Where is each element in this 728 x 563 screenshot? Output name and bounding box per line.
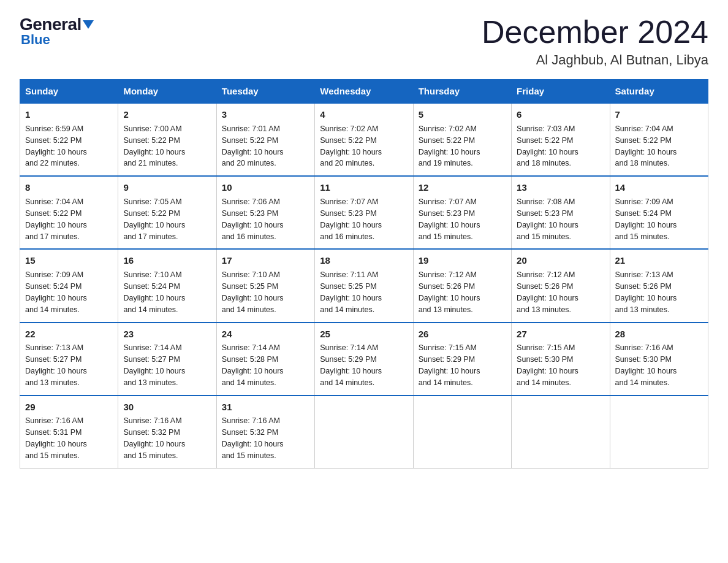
calendar-header-thursday: Thursday: [413, 80, 511, 104]
calendar-week-row: 1Sunrise: 6:59 AM Sunset: 5:22 PM Daylig…: [20, 103, 708, 176]
calendar-cell: 21Sunrise: 7:13 AM Sunset: 5:26 PM Dayli…: [610, 249, 708, 322]
day-info: Sunrise: 7:14 AM Sunset: 5:28 PM Dayligh…: [222, 343, 284, 387]
calendar-cell: 28Sunrise: 7:16 AM Sunset: 5:30 PM Dayli…: [610, 323, 708, 396]
calendar-cell: 20Sunrise: 7:12 AM Sunset: 5:26 PM Dayli…: [512, 249, 610, 322]
calendar-cell: 16Sunrise: 7:10 AM Sunset: 5:24 PM Dayli…: [118, 249, 216, 322]
day-number: 2: [123, 108, 211, 121]
day-info: Sunrise: 7:10 AM Sunset: 5:25 PM Dayligh…: [222, 270, 284, 314]
day-info: Sunrise: 7:07 AM Sunset: 5:23 PM Dayligh…: [320, 197, 382, 241]
day-info: Sunrise: 7:02 AM Sunset: 5:22 PM Dayligh…: [419, 124, 480, 168]
day-info: Sunrise: 7:12 AM Sunset: 5:26 PM Dayligh…: [419, 270, 480, 314]
day-number: 23: [123, 327, 211, 341]
calendar-header-row: SundayMondayTuesdayWednesdayThursdayFrid…: [20, 80, 708, 104]
day-info: Sunrise: 7:03 AM Sunset: 5:22 PM Dayligh…: [517, 124, 578, 168]
day-info: Sunrise: 7:00 AM Sunset: 5:22 PM Dayligh…: [123, 124, 185, 168]
calendar-header-sunday: Sunday: [20, 80, 118, 104]
calendar-cell: [512, 396, 610, 469]
day-number: 22: [25, 327, 113, 341]
day-info: Sunrise: 7:16 AM Sunset: 5:32 PM Dayligh…: [123, 416, 185, 460]
calendar-cell: 31Sunrise: 7:16 AM Sunset: 5:32 PM Dayli…: [216, 396, 314, 469]
day-info: Sunrise: 7:11 AM Sunset: 5:25 PM Dayligh…: [320, 270, 382, 314]
day-info: Sunrise: 7:10 AM Sunset: 5:24 PM Dayligh…: [123, 270, 185, 314]
day-number: 13: [517, 181, 604, 194]
day-info: Sunrise: 7:02 AM Sunset: 5:22 PM Dayligh…: [320, 124, 382, 168]
day-number: 9: [123, 181, 211, 194]
calendar-week-row: 8Sunrise: 7:04 AM Sunset: 5:22 PM Daylig…: [20, 176, 708, 249]
day-info: Sunrise: 6:59 AM Sunset: 5:22 PM Dayligh…: [25, 124, 87, 168]
day-info: Sunrise: 7:14 AM Sunset: 5:27 PM Dayligh…: [123, 343, 185, 387]
calendar-cell: 4Sunrise: 7:02 AM Sunset: 5:22 PM Daylig…: [315, 103, 413, 176]
calendar-cell: 14Sunrise: 7:09 AM Sunset: 5:24 PM Dayli…: [610, 176, 708, 249]
day-number: 24: [222, 327, 309, 341]
logo: General Blue: [20, 15, 94, 48]
calendar-header-monday: Monday: [118, 80, 216, 104]
day-info: Sunrise: 7:14 AM Sunset: 5:29 PM Dayligh…: [320, 343, 382, 387]
calendar-cell: 13Sunrise: 7:08 AM Sunset: 5:23 PM Dayli…: [512, 176, 610, 249]
calendar-week-row: 29Sunrise: 7:16 AM Sunset: 5:31 PM Dayli…: [20, 396, 708, 469]
day-info: Sunrise: 7:12 AM Sunset: 5:26 PM Dayligh…: [517, 270, 578, 314]
logo-triangle-icon: [83, 20, 94, 29]
day-number: 27: [517, 327, 604, 341]
calendar-cell: 25Sunrise: 7:14 AM Sunset: 5:29 PM Dayli…: [315, 323, 413, 396]
day-number: 17: [222, 254, 309, 267]
day-info: Sunrise: 7:15 AM Sunset: 5:30 PM Dayligh…: [517, 343, 578, 387]
calendar-cell: 2Sunrise: 7:00 AM Sunset: 5:22 PM Daylig…: [118, 103, 216, 176]
day-number: 15: [25, 254, 113, 267]
logo-general: General: [20, 15, 82, 34]
day-number: 20: [517, 254, 604, 267]
day-number: 6: [517, 108, 604, 121]
month-title: December 2024: [482, 15, 708, 50]
day-number: 26: [419, 327, 506, 341]
day-info: Sunrise: 7:06 AM Sunset: 5:23 PM Dayligh…: [222, 197, 284, 241]
calendar-cell: 29Sunrise: 7:16 AM Sunset: 5:31 PM Dayli…: [20, 396, 118, 469]
calendar-cell: 8Sunrise: 7:04 AM Sunset: 5:22 PM Daylig…: [20, 176, 118, 249]
day-number: 28: [615, 327, 703, 341]
day-info: Sunrise: 7:16 AM Sunset: 5:30 PM Dayligh…: [615, 343, 677, 387]
day-number: 18: [320, 254, 408, 267]
calendar-cell: 7Sunrise: 7:04 AM Sunset: 5:22 PM Daylig…: [610, 103, 708, 176]
day-number: 1: [25, 108, 113, 121]
calendar-header-wednesday: Wednesday: [315, 80, 413, 104]
day-info: Sunrise: 7:08 AM Sunset: 5:23 PM Dayligh…: [517, 197, 578, 241]
day-number: 16: [123, 254, 211, 267]
day-info: Sunrise: 7:09 AM Sunset: 5:24 PM Dayligh…: [615, 197, 677, 241]
day-number: 12: [419, 181, 506, 194]
day-number: 4: [320, 108, 408, 121]
day-number: 29: [25, 400, 113, 414]
calendar-cell: 10Sunrise: 7:06 AM Sunset: 5:23 PM Dayli…: [216, 176, 314, 249]
day-info: Sunrise: 7:13 AM Sunset: 5:27 PM Dayligh…: [25, 343, 87, 387]
day-info: Sunrise: 7:04 AM Sunset: 5:22 PM Dayligh…: [25, 197, 87, 241]
calendar-cell: 12Sunrise: 7:07 AM Sunset: 5:23 PM Dayli…: [413, 176, 511, 249]
calendar-cell: 18Sunrise: 7:11 AM Sunset: 5:25 PM Dayli…: [315, 249, 413, 322]
day-info: Sunrise: 7:09 AM Sunset: 5:24 PM Dayligh…: [25, 270, 87, 314]
day-number: 5: [419, 108, 506, 121]
day-number: 30: [123, 400, 211, 414]
day-info: Sunrise: 7:16 AM Sunset: 5:31 PM Dayligh…: [25, 416, 87, 460]
day-number: 31: [222, 400, 309, 414]
calendar-header-saturday: Saturday: [610, 80, 708, 104]
day-number: 7: [615, 108, 703, 121]
day-number: 10: [222, 181, 309, 194]
calendar-cell: [610, 396, 708, 469]
calendar-cell: 1Sunrise: 6:59 AM Sunset: 5:22 PM Daylig…: [20, 103, 118, 176]
day-info: Sunrise: 7:01 AM Sunset: 5:22 PM Dayligh…: [222, 124, 284, 168]
day-number: 11: [320, 181, 408, 194]
day-info: Sunrise: 7:05 AM Sunset: 5:22 PM Dayligh…: [123, 197, 185, 241]
calendar-cell: 22Sunrise: 7:13 AM Sunset: 5:27 PM Dayli…: [20, 323, 118, 396]
location-title: Al Jaghbub, Al Butnan, Libya: [482, 52, 708, 68]
calendar-header-tuesday: Tuesday: [216, 80, 314, 104]
calendar-cell: 3Sunrise: 7:01 AM Sunset: 5:22 PM Daylig…: [216, 103, 314, 176]
page-header: General Blue December 2024 Al Jaghbub, A…: [20, 15, 708, 68]
day-info: Sunrise: 7:15 AM Sunset: 5:29 PM Dayligh…: [419, 343, 480, 387]
calendar-cell: 9Sunrise: 7:05 AM Sunset: 5:22 PM Daylig…: [118, 176, 216, 249]
calendar-table: SundayMondayTuesdayWednesdayThursdayFrid…: [20, 79, 708, 469]
calendar-cell: 17Sunrise: 7:10 AM Sunset: 5:25 PM Dayli…: [216, 249, 314, 322]
logo-blue: Blue: [21, 32, 50, 48]
calendar-cell: 19Sunrise: 7:12 AM Sunset: 5:26 PM Dayli…: [413, 249, 511, 322]
calendar-cell: 23Sunrise: 7:14 AM Sunset: 5:27 PM Dayli…: [118, 323, 216, 396]
calendar-cell: 30Sunrise: 7:16 AM Sunset: 5:32 PM Dayli…: [118, 396, 216, 469]
calendar-cell: 15Sunrise: 7:09 AM Sunset: 5:24 PM Dayli…: [20, 249, 118, 322]
day-number: 14: [615, 181, 703, 194]
calendar-cell: [413, 396, 511, 469]
calendar-cell: 24Sunrise: 7:14 AM Sunset: 5:28 PM Dayli…: [216, 323, 314, 396]
